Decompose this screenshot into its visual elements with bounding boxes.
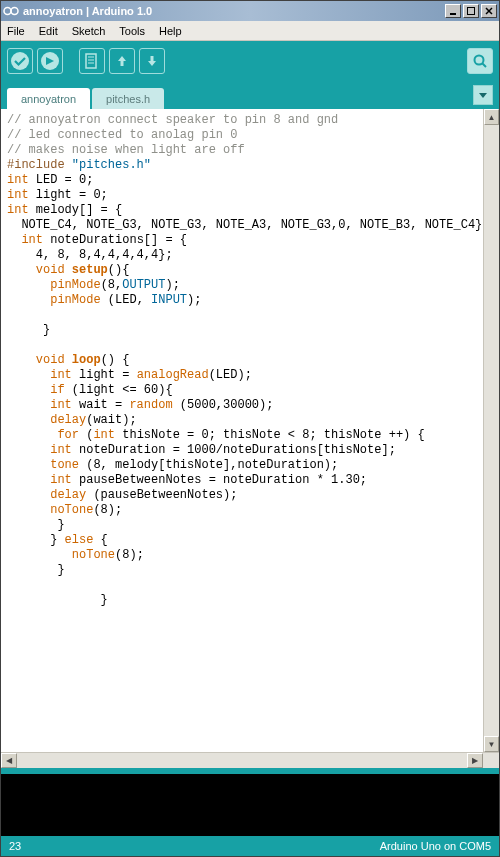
code-line: // led connected to anolag pin 0: [7, 128, 237, 142]
scroll-up-arrow[interactable]: ▲: [484, 109, 499, 125]
scroll-left-arrow[interactable]: ◀: [1, 753, 17, 768]
vertical-scrollbar[interactable]: ▲ ▼: [483, 109, 499, 752]
tab-annoyatron[interactable]: annoyatron: [7, 88, 90, 110]
menu-file[interactable]: File: [7, 25, 25, 37]
console-output[interactable]: [1, 774, 499, 836]
svg-line-16: [483, 64, 487, 68]
svg-point-15: [475, 56, 484, 65]
status-line-number: 23: [9, 840, 21, 852]
code-line: #include: [7, 158, 72, 172]
titlebar[interactable]: annoyatron | Arduino 1.0: [1, 1, 499, 21]
svg-point-0: [4, 8, 11, 15]
new-button[interactable]: [79, 48, 105, 74]
svg-point-6: [11, 52, 29, 70]
tabstrip: annoyatron pitches.h: [1, 81, 499, 109]
window-buttons: [445, 4, 497, 18]
tab-pitches[interactable]: pitches.h: [92, 88, 164, 110]
menu-help[interactable]: Help: [159, 25, 182, 37]
svg-marker-17: [479, 93, 487, 98]
editor-area: // annoyatron connect speaker to pin 8 a…: [1, 109, 499, 752]
app-window: annoyatron | Arduino 1.0 File Edit Sketc…: [0, 0, 500, 857]
close-button[interactable]: [481, 4, 497, 18]
scroll-right-arrow[interactable]: ▶: [467, 753, 483, 768]
scroll-track[interactable]: [484, 125, 499, 736]
scroll-track[interactable]: [17, 753, 467, 768]
horizontal-scrollbar[interactable]: ◀ ▶: [1, 752, 499, 768]
window-title: annoyatron | Arduino 1.0: [23, 5, 445, 17]
open-button[interactable]: [109, 48, 135, 74]
upload-button[interactable]: [37, 48, 63, 74]
svg-marker-13: [118, 56, 126, 66]
menu-edit[interactable]: Edit: [39, 25, 58, 37]
svg-rect-3: [468, 8, 475, 15]
toolbar: [1, 41, 499, 81]
svg-point-1: [11, 8, 18, 15]
arduino-icon: [3, 3, 19, 19]
save-button[interactable]: [139, 48, 165, 74]
status-board-port: Arduino Uno on COM5: [380, 840, 491, 852]
tab-menu-button[interactable]: [473, 85, 493, 105]
menu-sketch[interactable]: Sketch: [72, 25, 106, 37]
maximize-button[interactable]: [463, 4, 479, 18]
svg-marker-14: [148, 56, 156, 66]
minimize-button[interactable]: [445, 4, 461, 18]
menu-tools[interactable]: Tools: [119, 25, 145, 37]
svg-rect-2: [450, 13, 456, 15]
menubar: File Edit Sketch Tools Help: [1, 21, 499, 41]
verify-button[interactable]: [7, 48, 33, 74]
status-bar: 23 Arduino Uno on COM5: [1, 836, 499, 856]
code-editor[interactable]: // annoyatron connect speaker to pin 8 a…: [1, 109, 483, 752]
scroll-down-arrow[interactable]: ▼: [484, 736, 499, 752]
svg-rect-9: [86, 54, 96, 68]
code-line: // annoyatron connect speaker to pin 8 a…: [7, 113, 338, 127]
code-line: // makes noise when light are off: [7, 143, 245, 157]
serial-monitor-button[interactable]: [467, 48, 493, 74]
